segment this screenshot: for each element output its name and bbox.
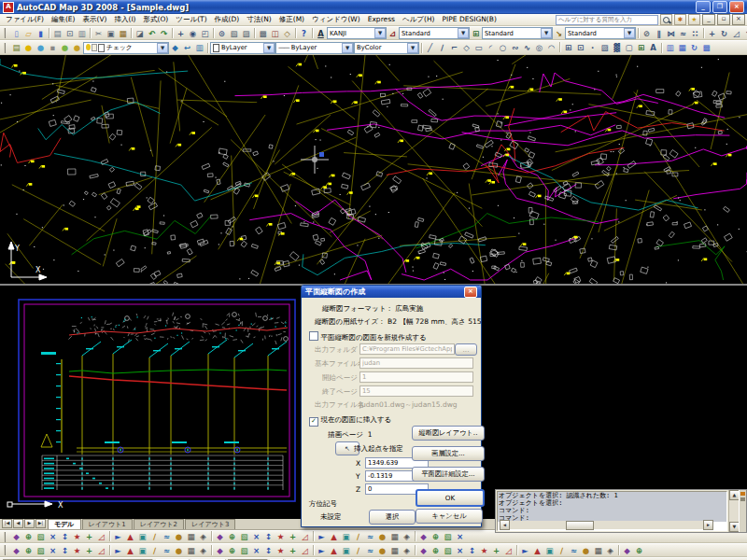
pan-icon[interactable]: + <box>175 28 187 39</box>
menu-PIPE DESIGNB[interactable]: PIPE DESIGN(B) <box>439 14 500 25</box>
stretch-icon[interactable]: ↘ <box>742 28 747 39</box>
ellipse-arc-icon[interactable]: ◠ <box>545 42 557 53</box>
map-tool-icon[interactable]: ● <box>580 545 592 556</box>
mleader-style-icon[interactable]: ↘ <box>553 28 565 39</box>
map-tool-icon[interactable]: ▣ <box>543 545 556 556</box>
spline-icon[interactable]: ∿ <box>521 42 533 53</box>
zoom-window-icon[interactable]: ◰ <box>199 28 211 39</box>
plot-icon[interactable]: ▤ <box>51 28 63 39</box>
favorites-star-icon[interactable]: ★ <box>688 14 700 25</box>
map-tool-icon[interactable]: + <box>287 531 299 542</box>
map-tool-icon[interactable]: ↕ <box>262 531 275 542</box>
tab-モデル[interactable]: モデル <box>48 519 81 529</box>
map-tool-icon[interactable]: ▦ <box>185 545 197 556</box>
map-tool-icon[interactable]: ◿ <box>502 545 514 556</box>
map-tool-icon[interactable]: ∕ <box>352 545 364 556</box>
toolbar-grip[interactable] <box>4 28 8 38</box>
zoom-realtime-icon[interactable]: ◉ <box>187 28 199 39</box>
map-tool-icon[interactable]: ∕ <box>148 545 161 556</box>
help-icon[interactable]: ? <box>298 28 310 39</box>
map-tool-icon[interactable]: ► <box>316 531 328 542</box>
map-tool-icon[interactable]: ▧ <box>238 531 250 542</box>
redo-icon[interactable]: ↷ <box>158 28 170 39</box>
menu-ファイルF[interactable]: ファイル(F) <box>2 14 48 25</box>
map-tool-icon[interactable]: × <box>454 531 466 542</box>
save-icon[interactable]: ▮ <box>35 28 47 39</box>
map-tool-icon[interactable]: ⊕ <box>430 531 442 542</box>
table-style-icon[interactable]: ⊞ <box>470 28 482 39</box>
publish-icon[interactable]: ▥ <box>76 28 88 39</box>
map-tool-icon[interactable]: ▲ <box>124 531 136 542</box>
map-tool-icon[interactable]: ★ <box>275 545 287 556</box>
map-tool-icon[interactable]: ◈ <box>197 545 209 556</box>
text-style-icon[interactable]: A <box>315 28 327 39</box>
map-tool-icon[interactable]: ▧ <box>35 531 47 542</box>
dialog-title-bar[interactable]: 平面縦断図の作成 × <box>302 286 481 298</box>
make-object-layer-current-icon[interactable]: ◆ <box>169 42 181 53</box>
lineweight-combo[interactable]: ByColor▼ <box>354 42 419 54</box>
help-search-input[interactable] <box>556 15 658 25</box>
start-page-field[interactable] <box>359 371 473 383</box>
map-tool-icon[interactable]: ◈ <box>197 531 209 542</box>
map-tool-icon[interactable]: ▦ <box>388 545 401 556</box>
command-window-grip[interactable] <box>739 490 746 532</box>
command-history[interactable]: オブジェクトを選択: 認識された数: 1オブジェクトを選択:コマンド:コマンド:… <box>497 491 727 531</box>
menu-ツールT[interactable]: ツール(T) <box>172 14 210 25</box>
map-tool-icon[interactable]: ▧ <box>35 545 47 556</box>
line-icon[interactable]: ╱ <box>424 42 436 53</box>
doc-minimize-button[interactable]: _ <box>702 14 715 25</box>
menu-編集E[interactable]: 編集(E) <box>48 14 79 25</box>
map-tool-icon[interactable]: ▣ <box>340 545 352 556</box>
color-control-combo[interactable]: ByLayer▼ <box>210 42 275 54</box>
map-tool-icon[interactable]: ★ <box>71 531 83 542</box>
layer-walk-icon[interactable]: ● <box>71 42 83 53</box>
map-tool-icon[interactable]: ▣ <box>340 531 352 542</box>
profile-layout-button[interactable]: 縦断図レイアウト.. <box>412 426 485 441</box>
map-tool-icon[interactable]: ◿ <box>299 531 311 542</box>
layer-freeze-icon[interactable]: ● <box>35 42 47 53</box>
map-drawing[interactable]: YX <box>0 55 747 284</box>
point-icon[interactable]: · <box>586 42 599 53</box>
mleader-style-combo[interactable]: Standard▼ <box>565 27 636 39</box>
plot-preview-icon[interactable]: ⊡ <box>63 28 76 39</box>
map-tool-icon[interactable]: ● <box>173 545 185 556</box>
tab-レイアウト3[interactable]: レイアウト3 <box>185 519 235 529</box>
cancel-button[interactable]: キャンセル <box>416 509 483 524</box>
map-tool-icon[interactable]: ↕ <box>59 531 71 542</box>
end-page-field[interactable] <box>359 385 473 397</box>
map-tool-icon[interactable]: ◆ <box>10 531 22 542</box>
tab-prev-button[interactable]: ◀ <box>13 519 23 528</box>
map-tool-icon[interactable]: ⊕ <box>430 545 442 556</box>
map-tool-icon[interactable]: ► <box>519 545 531 556</box>
viewports-icon[interactable]: ▥ <box>664 42 676 53</box>
map-tool-icon[interactable]: ★ <box>478 545 490 556</box>
doc-restore-button[interactable]: ▫ <box>717 14 730 25</box>
command-hscrollbar[interactable]: ◀ ▶ <box>500 521 713 529</box>
close-button[interactable]: × <box>729 1 744 13</box>
map-tool-icon[interactable]: ⊕ <box>633 545 645 556</box>
multiline-text-icon[interactable]: A <box>647 42 659 53</box>
map-tool-icon[interactable]: ▣ <box>136 545 148 556</box>
map-tool-icon[interactable]: ▦ <box>388 531 401 542</box>
map-tool-icon[interactable]: ∕ <box>556 545 568 556</box>
ok-button[interactable]: OK <box>416 489 485 507</box>
map-tool-icon[interactable]: ↕ <box>262 545 275 556</box>
map-tool-icon[interactable]: ≈ <box>161 531 173 542</box>
layer-previous-icon[interactable]: ↩ <box>181 42 193 53</box>
map-tool-icon[interactable]: ★ <box>71 545 83 556</box>
map-tool-icon[interactable]: ◈ <box>401 545 413 556</box>
menu-形式O[interactable]: 形式(O) <box>140 14 173 25</box>
arc-icon[interactable]: ◜ <box>485 42 497 53</box>
cut-icon[interactable]: ✂ <box>92 28 105 39</box>
tab-レイアウト1[interactable]: レイアウト1 <box>82 519 133 529</box>
scale-icon[interactable]: ◿ <box>730 28 742 39</box>
map-tool-icon[interactable]: ∕ <box>352 531 364 542</box>
tab-next-button[interactable]: ▶ <box>24 519 35 528</box>
map-tool-icon[interactable]: + <box>490 545 502 556</box>
polygon-icon[interactable]: ◇ <box>460 42 472 53</box>
zoom-previous-icon[interactable]: ⊙ <box>216 28 228 39</box>
block-editor-icon[interactable]: ◇ <box>281 28 293 39</box>
doc-close-button[interactable]: × <box>732 14 745 25</box>
select-direction-button[interactable]: 選択 <box>369 510 416 525</box>
move-icon[interactable]: + <box>706 28 718 39</box>
